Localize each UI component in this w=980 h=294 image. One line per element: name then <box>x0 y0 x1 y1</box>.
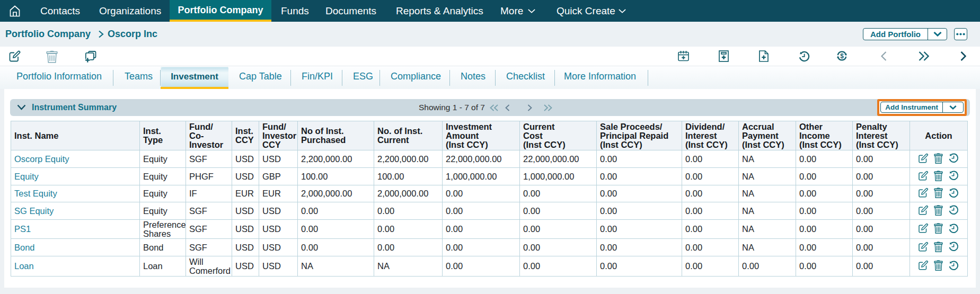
svg-text:$: $ <box>840 52 844 60</box>
